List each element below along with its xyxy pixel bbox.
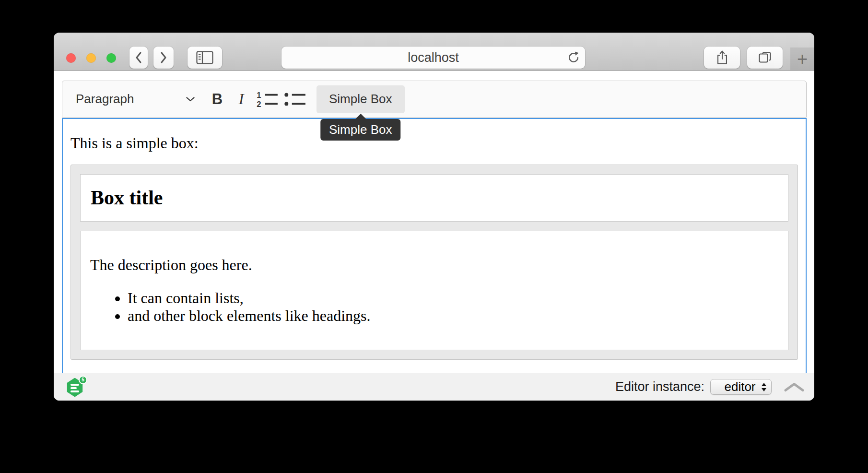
bold-icon: B xyxy=(212,91,223,108)
paragraph-dropdown-label: Paragraph xyxy=(76,92,134,106)
version-badge: 5 xyxy=(79,376,87,384)
simple-box-tooltip: Simple Box xyxy=(320,119,401,141)
numbered-list-icon: 1 2 xyxy=(255,90,279,108)
simple-box-button[interactable]: Simple Box Simple Box xyxy=(317,85,405,113)
tab-overview-button[interactable] xyxy=(747,47,783,69)
tabs-icon xyxy=(758,51,772,64)
select-stepper-icon xyxy=(762,383,766,391)
description-paragraph[interactable]: The description goes here. xyxy=(90,256,778,274)
tooltip-text: Simple Box xyxy=(329,122,392,137)
italic-button[interactable]: I xyxy=(229,86,253,113)
intro-paragraph[interactable]: This is a simple box: xyxy=(70,134,798,152)
reload-icon[interactable] xyxy=(567,51,580,64)
editor-toolbar: Paragraph B I 1 2 xyxy=(62,81,807,118)
editor-editable-area[interactable]: This is a simple box: Box title The desc… xyxy=(62,118,807,373)
traffic-light-close[interactable] xyxy=(66,53,76,63)
browser-window: localhost + xyxy=(54,33,814,401)
bold-button[interactable]: B xyxy=(205,86,229,113)
plus-icon: + xyxy=(797,49,808,70)
url-text: localhost xyxy=(408,50,459,65)
share-button[interactable] xyxy=(704,47,740,69)
list-item[interactable]: It can contain lists, xyxy=(128,289,778,307)
new-tab-button[interactable]: + xyxy=(790,47,814,71)
traffic-lights xyxy=(66,53,116,63)
svg-text:1: 1 xyxy=(257,90,261,99)
chevron-up-icon xyxy=(786,384,803,390)
address-bar[interactable]: localhost xyxy=(282,47,585,69)
chevron-left-icon xyxy=(135,51,142,64)
traffic-light-zoom[interactable] xyxy=(106,53,116,63)
list-item[interactable]: and other block elements like headings. xyxy=(128,307,778,325)
simple-box-button-label: Simple Box xyxy=(329,92,392,106)
desktop-background: localhost + xyxy=(0,0,868,473)
simple-box-widget[interactable]: Box title The description goes here. It … xyxy=(70,165,798,360)
bulleted-list-button[interactable] xyxy=(281,86,309,113)
paragraph-style-dropdown[interactable]: Paragraph xyxy=(76,86,195,113)
browser-chrome: localhost + xyxy=(54,33,814,71)
simple-box-description[interactable]: The description goes here. It can contai… xyxy=(80,231,788,350)
bulleted-list-icon xyxy=(283,90,307,108)
description-list: It can contain lists, and other block el… xyxy=(90,289,778,325)
editor-instance-value: editor xyxy=(718,379,762,394)
share-icon xyxy=(716,50,729,65)
chevron-right-icon xyxy=(160,51,167,64)
editor-instance-label: Editor instance: xyxy=(615,379,704,394)
traffic-light-minimize[interactable] xyxy=(86,53,96,63)
page-content: Paragraph B I 1 2 xyxy=(54,71,814,373)
ckeditor-logo-button[interactable]: 5 xyxy=(66,377,84,397)
svg-text:2: 2 xyxy=(257,99,261,108)
italic-icon: I xyxy=(239,90,244,108)
simple-box-title[interactable]: Box title xyxy=(80,174,788,222)
inspector-status-bar: 5 Editor instance: editor xyxy=(54,373,814,401)
forward-button[interactable] xyxy=(153,47,174,69)
collapse-inspector-button[interactable] xyxy=(784,382,804,392)
back-button[interactable] xyxy=(129,47,148,69)
numbered-list-button[interactable]: 1 2 xyxy=(253,86,281,113)
sidebar-icon xyxy=(196,51,213,64)
chevron-down-icon xyxy=(186,97,195,102)
sidebar-toggle-button[interactable] xyxy=(188,47,222,69)
editor-instance-select[interactable]: editor xyxy=(710,379,772,395)
